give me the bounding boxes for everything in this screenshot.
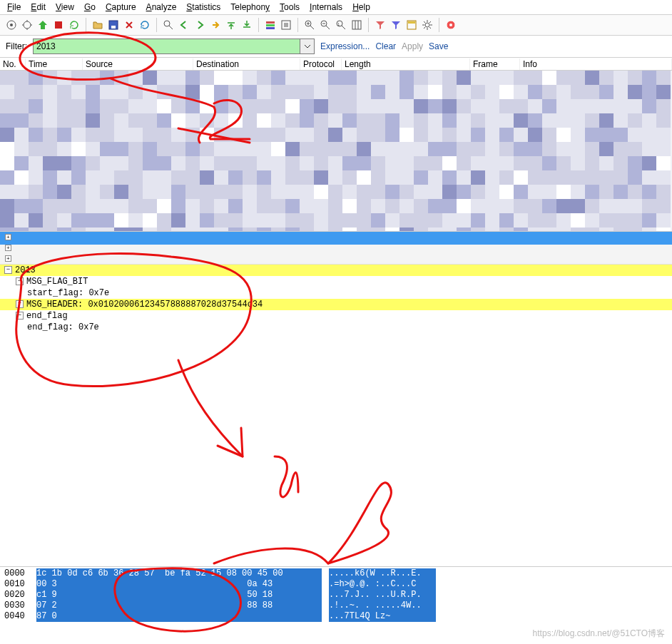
close-icon[interactable] (122, 18, 136, 32)
hex-ascii: .....k6(W ..R...E. (329, 568, 436, 579)
col-frame[interactable]: Frame (470, 58, 520, 70)
hex-ascii: .=h>@.@. :..C...C (329, 579, 436, 590)
svg-point-2 (24, 21, 31, 29)
menu-bar: File Edit View Go Capture Analyze Statis… (0, 0, 672, 15)
hex-offset: 0010 (4, 579, 29, 590)
col-time[interactable]: Time (26, 58, 83, 70)
go-forward-icon[interactable] (193, 18, 207, 32)
filter-dropdown-button[interactable] (300, 39, 315, 54)
tree-end-flag-value[interactable]: end_flag: 0x7e (0, 322, 672, 333)
col-destination[interactable]: Destination (193, 58, 300, 70)
menu-edit[interactable]: Edit (31, 2, 46, 12)
tree-collapse-handle[interactable]: − (16, 277, 24, 285)
tree-expand-handle[interactable]: + (5, 245, 11, 251)
svg-rect-3 (55, 21, 62, 29)
menu-internals[interactable]: Internals (310, 2, 342, 12)
hex-row[interactable]: 001000 3 0a 43.=h>@.@. :..C...C (4, 579, 668, 590)
options-icon[interactable] (20, 18, 34, 32)
menu-file[interactable]: File (7, 2, 21, 12)
menu-analyze[interactable]: Analyze (146, 2, 177, 12)
col-source[interactable]: Source (83, 58, 193, 70)
svg-rect-7 (266, 21, 275, 24)
col-no[interactable]: No. (0, 58, 26, 70)
resize-cols-icon[interactable] (350, 18, 364, 32)
filter-bar: Filter: Expression... Clear Apply Save (0, 36, 672, 58)
svg-rect-17 (408, 21, 415, 24)
svg-point-6 (164, 21, 170, 26)
toolbar: 1 (0, 15, 672, 36)
menu-help[interactable]: Help (352, 2, 370, 12)
start-capture-icon[interactable] (36, 18, 50, 32)
zoom-reset-icon[interactable]: 1 (334, 18, 348, 32)
capture-filters-icon[interactable] (373, 18, 387, 32)
svg-rect-15 (352, 21, 361, 29)
menu-go[interactable]: Go (84, 2, 96, 12)
hex-bytes: 1c 1b 0d c6 6b 36 28 57 be fa 52 15 08 0… (36, 568, 322, 579)
hex-row[interactable]: 00001c 1b 0d c6 6b 36 28 57 be fa 52 15 … (4, 568, 668, 579)
display-filters-icon[interactable] (389, 18, 403, 32)
hex-offset: 0020 (4, 590, 29, 600)
apply-button[interactable]: Apply (402, 41, 423, 51)
hex-bytes: c1 9 50 18 (36, 590, 322, 600)
col-protocol[interactable]: Protocol (300, 58, 342, 70)
menu-telephony[interactable]: Telephony (230, 2, 270, 12)
go-bottom-icon[interactable] (240, 18, 254, 32)
clear-button[interactable]: Clear (375, 41, 396, 51)
tree-collapse-handle[interactable]: − (16, 312, 24, 320)
svg-point-18 (425, 23, 429, 27)
tree-root-label: 2013 (15, 265, 36, 276)
svg-rect-9 (266, 27, 275, 29)
open-icon[interactable] (91, 18, 105, 32)
hex-row[interactable]: 004087 0 ...7TL4Q Lz~ (4, 611, 668, 622)
coloring-rules-icon[interactable] (404, 18, 419, 32)
col-info[interactable]: Info (520, 58, 672, 70)
menu-statistics[interactable]: Statistics (186, 2, 220, 12)
auto-scroll-icon[interactable] (279, 18, 293, 32)
tree-msg-flag-bit-label: MSG_FLAG_BIT (26, 276, 88, 287)
zoom-out-icon[interactable] (318, 18, 332, 32)
svg-point-20 (449, 24, 452, 26)
save-icon[interactable] (106, 18, 121, 32)
hex-offset: 0000 (4, 568, 29, 579)
jump-icon[interactable] (208, 18, 223, 32)
hex-dump[interactable]: 00001c 1b 0d c6 6b 36 28 57 be fa 52 15 … (0, 566, 672, 623)
hex-ascii: .!..~. . .....4W.. (329, 600, 436, 611)
tree-expand-handle[interactable]: + (5, 255, 11, 262)
find-icon[interactable] (161, 18, 175, 32)
expression-button[interactable]: Expression... (320, 41, 370, 51)
svg-point-1 (10, 24, 13, 26)
packet-list[interactable] (0, 71, 672, 231)
colorize-icon[interactable] (263, 18, 278, 32)
packet-list-header: No. Time Source Destination Protocol Len… (0, 58, 672, 71)
menu-capture[interactable]: Capture (106, 2, 136, 12)
go-top-icon[interactable] (224, 18, 238, 32)
col-length[interactable]: Length (342, 58, 470, 70)
tree-expand-handle[interactable]: + (16, 300, 24, 308)
filter-input[interactable] (33, 39, 300, 54)
tree-expand-handle[interactable]: + (5, 234, 11, 240)
reload-icon[interactable] (138, 18, 152, 32)
go-back-icon[interactable] (177, 18, 191, 32)
zoom-in-icon[interactable] (302, 18, 317, 32)
restart-capture-icon[interactable] (67, 18, 81, 32)
svg-rect-8 (266, 24, 275, 26)
hex-row[interactable]: 0020c1 9 50 18...7.J.. ...U.R.P. (4, 590, 668, 600)
save-button[interactable]: Save (429, 41, 448, 51)
filter-label: Filter: (6, 41, 27, 51)
interfaces-icon[interactable] (4, 18, 19, 32)
help-icon[interactable] (444, 18, 458, 32)
tree-start-flag-label: start_flag: 0x7e (27, 287, 109, 299)
tree-end-flag[interactable]: − end_flag (0, 310, 672, 322)
stop-capture-icon[interactable] (51, 18, 66, 32)
hex-row[interactable]: 003007 2 88 88.!..~. . .....4W.. (4, 600, 668, 611)
tree-start-flag[interactable]: start_flag: 0x7e (0, 287, 672, 299)
tree-collapse-handle[interactable]: − (4, 266, 12, 274)
menu-view[interactable]: View (56, 2, 74, 12)
tree-msg-header[interactable]: + MSG_HEADER: 0x01020006123457888887028d… (0, 299, 672, 310)
tree-msg-flag-bit[interactable]: − MSG_FLAG_BIT (0, 276, 672, 287)
menu-tools[interactable]: Tools (280, 2, 300, 12)
tree-root[interactable]: − 2013 (0, 265, 672, 276)
prefs-icon[interactable] (420, 18, 434, 32)
svg-text:1: 1 (337, 22, 340, 26)
protocol-tree[interactable]: + + + − 2013 − MSG_FLAG_BIT start_flag: … (0, 231, 672, 566)
